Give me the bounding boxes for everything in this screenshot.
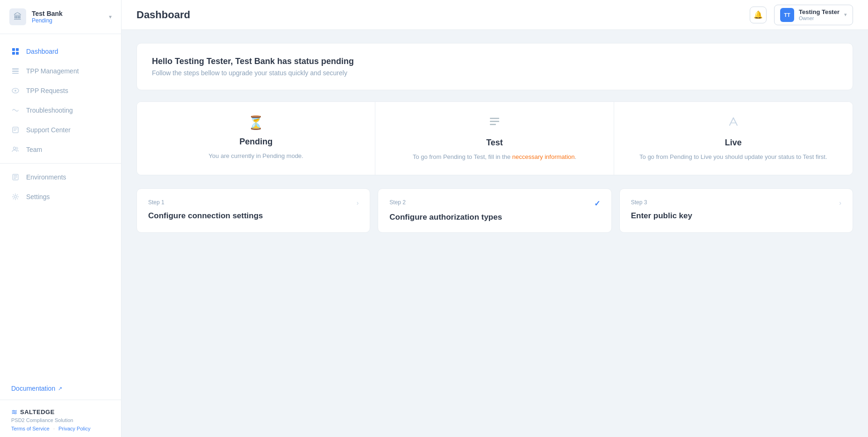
svg-rect-21	[490, 124, 496, 125]
sidebar-header[interactable]: 🏛 Test Bank Pending ▾	[0, 0, 121, 34]
footer-separator: ·	[53, 426, 55, 431]
sidebar-item-label-tpp-management: TPP Management	[26, 67, 79, 75]
team-icon	[11, 145, 20, 154]
saltedge-logo-icon: ≋	[11, 408, 17, 416]
external-link-icon: ↗	[58, 386, 62, 392]
svg-rect-0	[12, 48, 15, 51]
svg-point-13	[16, 147, 18, 149]
test-icon	[488, 115, 501, 131]
sidebar-item-label-environments: Environments	[26, 173, 66, 181]
topbar: Dashboard 🔔 TT Testing Tester Owner ▾	[122, 0, 868, 30]
svg-rect-4	[12, 68, 19, 70]
sidebar-item-support-center[interactable]: Support Center	[0, 120, 121, 140]
user-menu-chevron: ▾	[844, 12, 847, 18]
user-role: Owner	[799, 15, 839, 21]
svg-point-18	[14, 196, 17, 198]
troubleshooting-icon	[11, 106, 20, 115]
support-center-icon	[11, 126, 20, 134]
step-card-3[interactable]: Step 3 › Enter public key	[619, 188, 853, 233]
step2-title: Configure authorization types	[389, 213, 600, 222]
step3-header: Step 3 ›	[631, 199, 841, 207]
svg-point-12	[14, 147, 16, 150]
main-area: Dashboard 🔔 TT Testing Tester Owner ▾ He…	[122, 0, 868, 437]
sidebar-item-label-troubleshooting: Troubleshooting	[26, 107, 73, 114]
sidebar-item-label-support-center: Support Center	[26, 126, 71, 134]
user-name: Testing Tester	[799, 8, 839, 16]
svg-point-8	[14, 90, 16, 92]
live-name: Live	[725, 138, 742, 148]
svg-rect-10	[14, 129, 17, 129]
logo-sub: PSD2 Compliance Solution	[11, 417, 110, 423]
documentation-label: Documentation	[11, 385, 55, 392]
step3-chevron-icon: ›	[839, 199, 841, 207]
footer-links: Terms of Service · Privacy Policy	[11, 426, 110, 431]
dashboard-icon	[11, 47, 20, 56]
step1-title: Configure connection settings	[148, 211, 359, 221]
test-desc: To go from Pending to Test, fill in the …	[413, 152, 576, 162]
sidebar-item-environments[interactable]: Environments	[0, 167, 121, 187]
live-icon	[727, 115, 740, 131]
logo-name: SALTEDGE	[20, 408, 55, 416]
settings-icon	[11, 193, 20, 201]
bank-info: Test Bank Pending	[32, 10, 103, 24]
svg-rect-15	[14, 175, 17, 176]
live-desc: To go from Pending to Live you should up…	[639, 152, 827, 162]
sidebar-logo: ≋ SALTEDGE PSD2 Compliance Solution Term…	[0, 400, 121, 437]
step2-label: Step 2	[389, 199, 406, 206]
status-card-live: Live To go from Pending to Live you shou…	[614, 102, 853, 175]
notification-button[interactable]: 🔔	[750, 7, 767, 23]
svg-rect-5	[12, 71, 19, 72]
status-card-pending: ⏳ Pending You are currently in Pending m…	[137, 102, 375, 175]
tpp-requests-icon	[11, 86, 20, 95]
user-menu[interactable]: TT Testing Tester Owner ▾	[774, 5, 853, 25]
step-card-2[interactable]: Step 2 ✓ Configure authorization types	[378, 188, 611, 233]
sidebar-header-chevron: ▾	[109, 14, 112, 20]
svg-rect-16	[14, 177, 17, 178]
step-card-1[interactable]: Step 1 › Configure connection settings	[136, 188, 370, 233]
step2-check-icon: ✓	[594, 199, 600, 208]
documentation-link[interactable]: Documentation ↗	[11, 385, 110, 392]
pending-name: Pending	[239, 137, 273, 147]
sidebar-item-label-dashboard: Dashboard	[26, 48, 58, 55]
sidebar-item-settings[interactable]: Settings	[0, 187, 121, 207]
svg-rect-11	[14, 130, 16, 131]
tpp-management-icon	[11, 67, 20, 75]
user-info: Testing Tester Owner	[799, 8, 839, 21]
environments-icon	[11, 173, 20, 181]
svg-rect-2	[12, 52, 15, 55]
sidebar-item-tpp-management[interactable]: TPP Management	[0, 61, 121, 81]
avatar: TT	[780, 8, 794, 22]
step1-chevron-icon: ›	[357, 199, 359, 207]
sidebar-item-troubleshooting[interactable]: Troubleshooting	[0, 100, 121, 120]
step2-header: Step 2 ✓	[389, 199, 600, 208]
sidebar-nav: Dashboard TPP Management TPP Requests Tr…	[0, 34, 121, 377]
svg-rect-20	[490, 121, 499, 122]
sidebar-item-tpp-requests[interactable]: TPP Requests	[0, 81, 121, 100]
terms-link[interactable]: Terms of Service	[11, 426, 50, 431]
welcome-card: Hello Testing Tester, Test Bank has stat…	[136, 43, 853, 90]
sidebar-item-dashboard[interactable]: Dashboard	[0, 42, 121, 61]
step1-label: Step 1	[148, 199, 165, 206]
sidebar-item-team[interactable]: Team	[0, 140, 121, 159]
svg-rect-17	[14, 178, 16, 179]
svg-rect-6	[12, 73, 19, 74]
privacy-link[interactable]: Privacy Policy	[58, 426, 90, 431]
bank-name: Test Bank	[32, 10, 103, 17]
svg-rect-3	[16, 52, 19, 55]
sidebar-divider	[0, 163, 121, 164]
status-card-test: Test To go from Pending to Test, fill in…	[375, 102, 614, 175]
bell-icon: 🔔	[753, 10, 763, 19]
test-desc-link[interactable]: neccessary information	[512, 153, 575, 160]
page-title: Dashboard	[136, 9, 190, 21]
topbar-right: 🔔 TT Testing Tester Owner ▾	[750, 5, 853, 25]
sidebar: 🏛 Test Bank Pending ▾ Dashboard TPP Mana…	[0, 0, 122, 437]
sidebar-item-label-settings: Settings	[26, 193, 50, 201]
step1-header: Step 1 ›	[148, 199, 359, 207]
sidebar-doc-section: Documentation ↗	[0, 377, 121, 400]
step3-title: Enter public key	[631, 211, 841, 221]
main-content: Hello Testing Tester, Test Bank has stat…	[122, 30, 868, 437]
svg-rect-1	[16, 48, 19, 51]
svg-rect-19	[490, 118, 499, 119]
logo-brand: ≋ SALTEDGE	[11, 408, 110, 416]
sidebar-item-label-team: Team	[26, 146, 42, 153]
